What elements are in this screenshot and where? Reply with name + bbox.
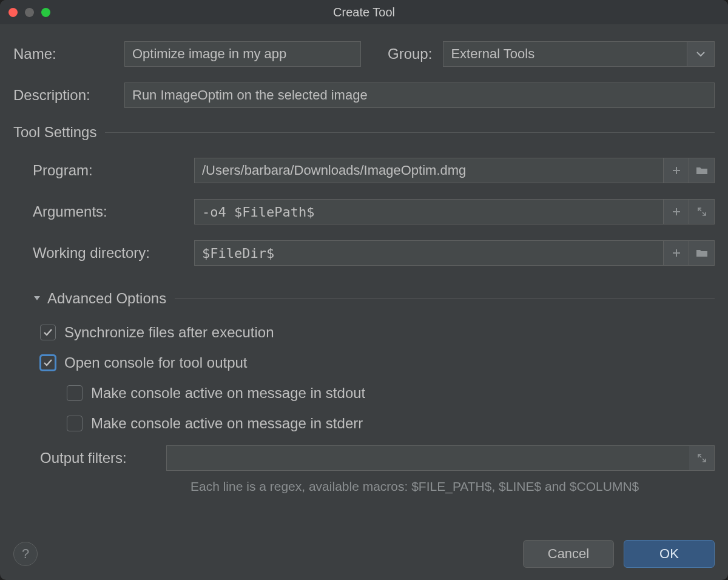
plus-icon [672,248,681,258]
active-stdout-row[interactable]: Make console active on message in stdout [40,385,715,402]
output-filters-input[interactable] [166,445,689,471]
advanced-options-header[interactable]: Advanced Options [33,290,166,307]
output-filters-label: Output filters: [40,450,155,467]
dialog-body: Name: Optimize image in my app Group: Ex… [0,24,728,580]
group-select[interactable]: External Tools [443,41,715,67]
minimize-window-button[interactable] [25,8,34,17]
sync-files-row[interactable]: Synchronize files after execution [40,324,715,341]
ok-button[interactable]: OK [624,540,715,568]
name-value: Optimize image in my app [132,46,286,62]
zoom-window-button[interactable] [41,8,50,17]
open-console-row[interactable]: Open console for tool output [40,354,715,371]
group-dropdown-button[interactable] [687,41,715,67]
arguments-input[interactable]: -o4 $FilePath$ [194,199,664,224]
advanced-options-section: Advanced Options Synchronize files after… [13,290,715,494]
expand-icon [697,207,707,217]
program-label: Program: [33,162,183,179]
program-insert-macro-button[interactable] [664,158,689,183]
advanced-options-title: Advanced Options [47,290,166,307]
chevron-down-icon [33,295,41,302]
program-row: Program: /Users/barbara/Downloads/ImageO… [33,158,715,183]
arguments-label: Arguments: [33,203,183,220]
active-stderr-checkbox[interactable] [67,416,83,431]
window-controls [8,8,50,17]
description-row: Description: Run ImageOptim on the selec… [13,83,715,108]
chevron-down-icon [696,51,705,57]
folder-icon [696,248,708,258]
output-filters-expand-button[interactable] [689,445,715,471]
titlebar: Create Tool [0,0,728,24]
working-dir-input-group: $FileDir$ [194,240,715,266]
active-stderr-row[interactable]: Make console active on message in stderr [40,415,715,432]
advanced-checks: Synchronize files after execution Open c… [33,324,715,494]
arguments-input-group: -o4 $FilePath$ [194,199,715,224]
name-group-row: Name: Optimize image in my app Group: Ex… [13,41,715,67]
open-console-label: Open console for tool output [64,354,248,371]
tool-settings-section: Tool Settings Program: /Users/barbara/Do… [13,124,715,266]
output-filters-input-group [166,445,715,471]
cancel-button[interactable]: Cancel [523,540,614,568]
description-label: Description: [13,87,113,104]
description-input[interactable]: Run ImageOptim on the selected image [124,83,715,108]
expand-icon [697,453,707,463]
working-dir-row: Working directory: $FileDir$ [33,240,715,266]
working-dir-browse-button[interactable] [689,240,715,266]
plus-icon [672,166,681,175]
output-filters-row: Output filters: [40,445,715,471]
window-title: Create Tool [0,5,728,19]
working-dir-input[interactable]: $FileDir$ [194,240,664,266]
close-window-button[interactable] [8,8,18,17]
active-stdout-label: Make console active on message in stdout [91,385,365,402]
arguments-value: -o4 $FilePath$ [202,204,314,220]
active-stderr-label: Make console active on message in stderr [91,415,363,432]
program-value: /Users/barbara/Downloads/ImageOptim.dmg [202,163,466,178]
create-tool-dialog: Create Tool Name: Optimize image in my a… [0,0,728,580]
dialog-footer: ? Cancel OK [13,540,715,568]
divider [105,132,715,133]
divider [175,298,715,299]
working-dir-insert-macro-button[interactable] [664,240,689,266]
group-value: External Tools [451,46,534,62]
folder-icon [696,166,708,175]
arguments-row: Arguments: -o4 $FilePath$ [33,199,715,224]
working-dir-label: Working directory: [33,244,183,261]
arguments-insert-macro-button[interactable] [664,199,689,224]
sync-files-checkbox[interactable] [40,325,56,340]
name-label: Name: [13,46,113,62]
arguments-expand-button[interactable] [689,199,715,224]
output-filters-hint: Each line is a regex, available macros: … [40,479,715,494]
working-dir-value: $FileDir$ [202,246,274,261]
program-browse-button[interactable] [689,158,715,183]
plus-icon [672,207,681,217]
program-input[interactable]: /Users/barbara/Downloads/ImageOptim.dmg [194,158,664,183]
open-console-checkbox[interactable] [40,355,56,371]
help-icon: ? [22,546,29,562]
program-input-group: /Users/barbara/Downloads/ImageOptim.dmg [194,158,715,183]
name-input[interactable]: Optimize image in my app [124,41,361,67]
group-label: Group: [388,46,432,62]
check-icon [42,327,53,338]
check-icon [42,357,53,368]
description-value: Run ImageOptim on the selected image [132,87,368,103]
active-stdout-checkbox[interactable] [67,385,83,401]
tool-settings-title: Tool Settings [13,124,96,141]
help-button[interactable]: ? [13,542,38,566]
sync-files-label: Synchronize files after execution [64,324,274,341]
